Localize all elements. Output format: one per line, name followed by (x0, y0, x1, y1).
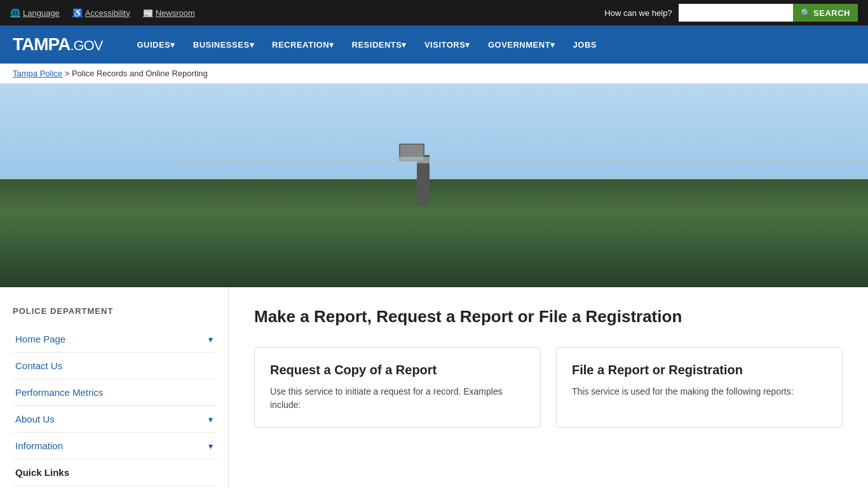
sidebar-nav-item-information: Information ▾ (13, 433, 215, 459)
nav-chevron-residents: ▾ (402, 40, 407, 50)
nav-chevron-government: ▾ (550, 40, 555, 50)
help-text: How can we help? (604, 8, 672, 18)
search-input[interactable] (679, 4, 793, 22)
breadcrumb-current: Police Records and Online Reporting (72, 69, 208, 78)
sidebar-nav-item-aboutus: About Us ▾ (13, 406, 215, 432)
nav-item-guides: GUIDES ▾ (128, 25, 184, 64)
hero-bridge (173, 157, 868, 163)
search-button[interactable]: 🔍 SEARCH (793, 4, 858, 22)
sidebar: POLICE DEPARTMENT Home Page ▾ Contact Us (0, 287, 229, 488)
card2-title: File a Report or Registration (572, 363, 827, 377)
sidebar-section-title: POLICE DEPARTMENT (13, 306, 215, 316)
search-icon: 🔍 (801, 8, 811, 18)
nav-label-visitors: VISITORS (424, 40, 465, 50)
chevron-homepage: ▾ (208, 334, 213, 344)
sidebar-item-aboutus: About Us ▾ (13, 406, 215, 433)
sidebar-item-information: Information ▾ (13, 433, 215, 459)
utility-left: 🌐 Language ♿ Accessibility 📰 Newsroom (10, 8, 195, 18)
nav-link-government[interactable]: GOVERNMENT ▾ (479, 25, 564, 64)
breadcrumb-separator: > (65, 69, 72, 78)
newsroom-icon: 📰 (143, 8, 153, 18)
language-link[interactable]: 🌐 Language (10, 8, 60, 18)
sidebar-nav-item-homepage: Home Page ▾ (13, 326, 215, 352)
nav-item-jobs: JOBS (564, 25, 606, 64)
nav-item-businesses: BUSINESSES ▾ (184, 25, 263, 64)
breadcrumb-parent[interactable]: Tampa Police (13, 69, 62, 78)
cards-row: Request a Copy of a Report Use this serv… (254, 347, 843, 428)
main-nav: TAMPA.GOV GUIDES ▾ BUSINESSES ▾ RECREATI… (0, 25, 868, 64)
nav-chevron-visitors: ▾ (465, 40, 470, 50)
newsroom-label: Newsroom (156, 8, 195, 18)
chevron-information: ▾ (208, 441, 213, 451)
card2-text: This service is used for the making the … (572, 385, 827, 398)
sidebar-label-contactus: Contact Us (15, 360, 62, 371)
utility-bar: 🌐 Language ♿ Accessibility 📰 Newsroom Ho… (0, 0, 868, 25)
hero-grass-layer (0, 179, 868, 287)
accessibility-icon: ♿ (72, 8, 83, 18)
nav-item-recreation: RECREATION ▾ (263, 25, 342, 64)
accessibility-label: Accessibility (85, 8, 130, 18)
nav-chevron-recreation: ▾ (329, 40, 334, 50)
utility-right: How can we help? 🔍 SEARCH (604, 4, 858, 22)
nav-item-visitors: VISITORS ▾ (416, 25, 479, 64)
sidebar-link-aboutus[interactable]: About Us (15, 414, 55, 424)
nav-chevron-businesses: ▾ (250, 40, 255, 50)
sidebar-link-homepage[interactable]: Home Page (15, 334, 65, 344)
logo-tampa: TAMPA (13, 34, 70, 54)
sidebar-link-contactus[interactable]: Contact Us (15, 360, 62, 371)
sidebar-link-quicklinks[interactable]: Quick Links (15, 467, 69, 478)
sidebar-link-performance[interactable]: Performance Metrics (15, 387, 103, 398)
sidebar-nav-item-contactus: Contact Us (13, 353, 215, 379)
logo[interactable]: TAMPA.GOV (13, 34, 102, 55)
sidebar-label-information: Information (15, 440, 63, 451)
nav-label-businesses: BUSINESSES (193, 40, 250, 50)
sidebar-link-information[interactable]: Information (15, 440, 63, 451)
sidebar-item-contactus: Contact Us (13, 353, 215, 379)
nav-item-residents: RESIDENTS ▾ (343, 25, 416, 64)
nav-label-recreation: RECREATION (272, 40, 329, 50)
sidebar-item-performance: Performance Metrics (13, 379, 215, 406)
hero-image (0, 84, 868, 287)
nav-items: GUIDES ▾ BUSINESSES ▾ RECREATION ▾ RESID… (128, 25, 606, 64)
card1-title: Request a Copy of a Report (270, 363, 525, 377)
nav-link-businesses[interactable]: BUSINESSES ▾ (184, 25, 263, 64)
sidebar-label-homepage: Home Page (15, 334, 65, 344)
sidebar-item-quicklinks: Quick Links (13, 459, 215, 486)
nav-link-residents[interactable]: RESIDENTS ▾ (343, 25, 416, 64)
chevron-aboutus: ▾ (208, 414, 213, 424)
nav-link-jobs[interactable]: JOBS (564, 25, 606, 64)
nav-chevron-guides: ▾ (170, 40, 175, 50)
search-button-label: SEARCH (813, 8, 850, 18)
breadcrumb: Tampa Police > Police Records and Online… (0, 64, 868, 84)
language-icon: 🌐 (10, 8, 20, 18)
nav-label-guides: GUIDES (137, 40, 170, 50)
sidebar-item-homepage: Home Page ▾ (13, 326, 215, 353)
main-content: Make a Report, Request a Report or File … (229, 287, 868, 488)
card1-text: Use this service to initiate a request f… (270, 385, 525, 412)
nav-label-jobs: JOBS (573, 40, 597, 50)
accessibility-link[interactable]: ♿ Accessibility (72, 8, 130, 18)
nav-label-government: GOVERNMENT (488, 40, 550, 50)
sidebar-label-aboutus: About Us (15, 414, 55, 424)
sidebar-nav-item-quicklinks: Quick Links (13, 459, 215, 485)
nav-item-government: GOVERNMENT ▾ (479, 25, 564, 64)
content-wrapper: POLICE DEPARTMENT Home Page ▾ Contact Us (0, 287, 868, 488)
newsroom-link[interactable]: 📰 Newsroom (143, 8, 195, 18)
page-title: Make a Report, Request a Report or File … (254, 306, 843, 328)
nav-link-recreation[interactable]: RECREATION ▾ (263, 25, 342, 64)
nav-link-visitors[interactable]: VISITORS ▾ (416, 25, 479, 64)
logo-gov: .GOV (70, 37, 102, 53)
nav-label-residents: RESIDENTS (352, 40, 402, 50)
sidebar-nav-item-performance: Performance Metrics (13, 379, 215, 405)
nav-link-guides[interactable]: GUIDES ▾ (128, 25, 184, 64)
sidebar-label-quicklinks: Quick Links (15, 467, 69, 478)
card-request-report: Request a Copy of a Report Use this serv… (254, 347, 541, 428)
card-file-report: File a Report or Registration This servi… (556, 347, 843, 428)
search-box: 🔍 SEARCH (679, 4, 858, 22)
language-label: Language (23, 8, 60, 18)
sidebar-nav: Home Page ▾ Contact Us Performance Metri… (13, 326, 215, 488)
sidebar-label-performance: Performance Metrics (15, 387, 103, 398)
